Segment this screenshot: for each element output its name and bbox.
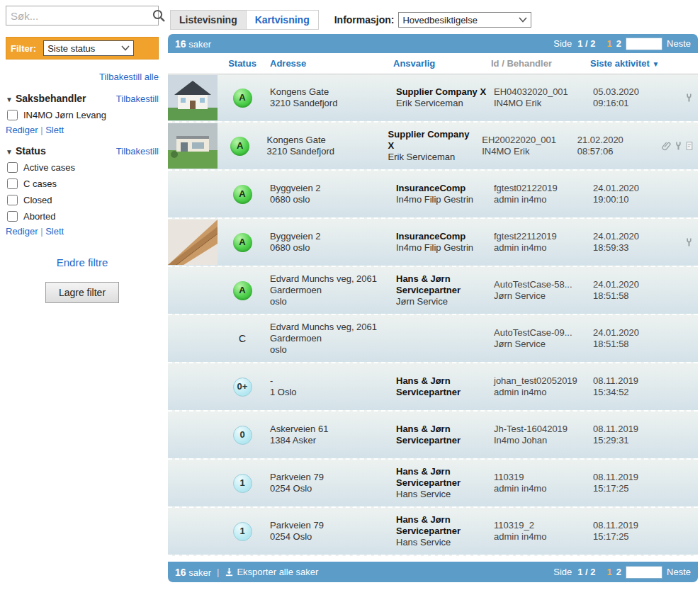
collapse-triangle-icon[interactable]: ▼ [6, 148, 13, 156]
tab-kartvisning[interactable]: Kartvisning [246, 10, 319, 30]
filter-option[interactable]: Active cases [7, 162, 159, 173]
wrench-icon[interactable] [684, 93, 694, 103]
activity-date: 21.02.2020 [577, 135, 656, 146]
table-row[interactable]: 0 Askerveien 611384 Asker Hans & Jørn Se… [168, 412, 698, 460]
col-adresse[interactable]: Adresse [266, 58, 393, 69]
row-icons [678, 433, 698, 436]
col-status[interactable]: Status [219, 58, 266, 69]
tab-listevisning[interactable]: Listevisning [170, 10, 247, 30]
filter-option-label: C cases [23, 178, 57, 189]
status-badge: C [233, 329, 252, 348]
wrench-icon[interactable] [674, 141, 683, 151]
wrench-icon[interactable] [684, 237, 694, 247]
rediger-link[interactable]: Rediger [6, 125, 38, 135]
activity-date: 05.03.2020 [593, 86, 675, 98]
activity-time: 09:16:01 [593, 98, 675, 109]
section-reset-link[interactable]: Tilbakestill [116, 93, 159, 104]
filter-option-label: Aborted [23, 211, 56, 222]
table-row[interactable]: 0+ -1 Oslo Hans & Jørn Servicepartner jo… [168, 363, 698, 412]
house-modern-thumbnail[interactable] [168, 123, 218, 169]
filter-checkbox[interactable] [7, 110, 18, 120]
filter-option[interactable]: C cases [7, 178, 159, 189]
activity-cell: 24.01.2020 18:59:33 [590, 229, 678, 255]
column-headers: Status Adresse Ansvarlig Id / Behandler … [168, 53, 698, 74]
activity-cell: 08.11.2019 15:17:25 [590, 518, 678, 544]
search-input[interactable] [11, 10, 152, 22]
activity-cell: 08.11.2019 15:17:25 [590, 470, 678, 496]
table-row[interactable]: A Byggveien 20680 oslo InsuranceComp In4… [168, 171, 698, 219]
app-window: Filter: Siste status Tilbakestill alle ▼… [0, 0, 700, 590]
page-number-2[interactable]: 2 [616, 567, 621, 577]
activity-time: 08:57:06 [577, 146, 656, 157]
search-icon[interactable] [152, 8, 166, 23]
activity-time: 15:34:52 [593, 387, 675, 398]
filter-option[interactable]: IN4MO Jørn Levang [7, 110, 159, 120]
chevron-down-icon [121, 45, 130, 51]
row-icons [678, 236, 698, 249]
case-count-label: saker [188, 39, 211, 50]
rediger-link[interactable]: Rediger [6, 226, 38, 237]
page-jump-input[interactable] [626, 38, 662, 50]
house-classic-thumbnail[interactable] [168, 75, 218, 120]
filter-option[interactable]: Aborted [7, 211, 159, 222]
page-jump-input[interactable] [626, 566, 662, 579]
col-ansvarlig[interactable]: Ansvarlig [393, 58, 491, 69]
export-all-link[interactable]: Eksporter alle saker [225, 567, 318, 577]
company-name: Supplier Company X [388, 129, 477, 152]
activity-time: 18:51:58 [593, 290, 675, 302]
company-name: Hans & Jørn Servicepartner [396, 424, 488, 446]
case-id: AutoTestCase-58... [494, 279, 587, 290]
search-box[interactable] [6, 6, 159, 25]
next-page-link[interactable]: Neste [667, 567, 691, 577]
filter-checkbox[interactable] [7, 211, 18, 222]
company-name: InsuranceComp [396, 183, 488, 194]
responsible-cell: Hans & Jørn Servicepartner Hans Service [393, 465, 491, 501]
filter-option[interactable]: Closed [7, 195, 159, 205]
page-indicator: 1 / 2 [577, 567, 595, 577]
collapse-triangle-icon[interactable]: ▼ [6, 96, 13, 103]
col-siste-aktivitet[interactable]: Siste aktivitet ▼ [590, 58, 678, 69]
endre-filtre-link[interactable]: Endre filtre [57, 256, 108, 268]
table-row[interactable]: A Byggveien 20680 oslo InsuranceComp In4… [168, 219, 698, 267]
reset-all-link[interactable]: Tilbakestill alle [99, 72, 159, 82]
id-cell: 110319_2 admin in4mo [491, 518, 590, 544]
person-name: In4mo Filip Gestrin [396, 194, 488, 205]
row-icons [678, 530, 698, 533]
page-number-2[interactable]: 2 [616, 38, 621, 49]
view-toolbar: Listevisning Kartvisning Informasjon: Ho… [168, 0, 698, 34]
filter-checkbox[interactable] [7, 162, 18, 173]
table-row[interactable]: C Edvard Munchs veg, 2061Gardermoenoslo … [168, 315, 698, 363]
filter-checkbox[interactable] [7, 195, 18, 205]
section-reset-link[interactable]: Tilbakestill [116, 146, 159, 157]
id-cell: AutoTestCase-58... Jørn Service [491, 278, 590, 303]
status-badge: 0+ [233, 378, 252, 397]
table-row[interactable]: 1 Parkveien 790254 Oslo Hans & Jørn Serv… [168, 508, 698, 556]
filter-checkbox[interactable] [7, 178, 18, 189]
address-cell: Kongens Gate3210 Sandefjord [266, 85, 393, 110]
responsible-cell: Hans & Jørn Servicepartner [393, 422, 491, 448]
floor-thumbnail[interactable] [168, 220, 218, 265]
sidebar: Filter: Siste status Tilbakestill alle ▼… [0, 0, 168, 309]
address-cell: Parkveien 790254 Oslo [266, 518, 393, 544]
address-cell: Edvard Munchs veg, 2061Gardermoenoslo [266, 320, 393, 357]
table-row[interactable]: A Kongens Gate3210 Sandefjord Supplier C… [168, 123, 698, 171]
next-page-link[interactable]: Neste [667, 38, 691, 49]
paperclip-icon[interactable] [662, 141, 672, 151]
table-row[interactable]: A Kongens Gate3210 Sandefjord Supplier C… [168, 74, 698, 123]
table-row[interactable]: A Edvard Munchs veg, 2061Gardermoenoslo … [168, 267, 698, 315]
page-number-1[interactable]: 1 [607, 38, 612, 49]
id-cell: EH04032020_001 IN4MO Erik [491, 85, 590, 110]
responsible-cell [393, 337, 491, 340]
handler-name: IN4MO Erik [482, 146, 572, 157]
filter-select[interactable]: Siste status [43, 40, 134, 56]
case-id: johan_test02052019 [494, 375, 587, 387]
slett-link[interactable]: Slett [45, 226, 64, 237]
document-icon[interactable] [685, 141, 694, 151]
activity-cell: 05.03.2020 09:16:01 [590, 85, 678, 110]
table-row[interactable]: 1 Parkveien 790254 Oslo Hans & Jørn Serv… [168, 460, 698, 508]
lagre-filter-button[interactable]: Lagre filter [45, 282, 119, 303]
page-number-1[interactable]: 1 [607, 567, 612, 577]
informasjon-select[interactable]: Hovedbesiktigelse [398, 12, 531, 28]
slett-link[interactable]: Slett [45, 125, 64, 135]
person-name: Erik Serviceman [396, 98, 488, 109]
